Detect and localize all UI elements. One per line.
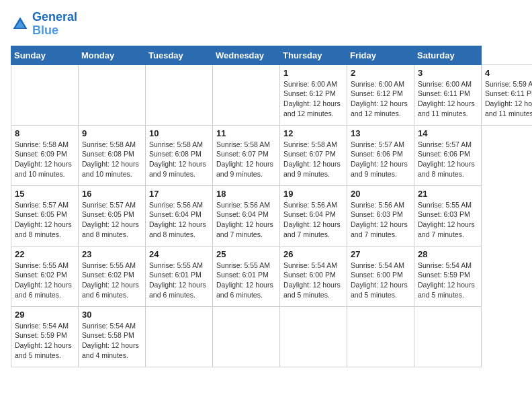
weekday-header-sunday: Sunday (11, 46, 79, 64)
calendar-cell: 17 Sunrise: 5:56 AMSunset: 6:04 PMDaylig… (146, 185, 213, 246)
calendar-cell: 27 Sunrise: 5:54 AMSunset: 6:00 PMDaylig… (347, 246, 414, 306)
day-info: Sunrise: 5:54 AMSunset: 6:00 PMDaylight:… (283, 261, 341, 299)
calendar-cell (79, 64, 146, 125)
day-info: Sunrise: 5:58 AMSunset: 6:09 PMDaylight:… (15, 140, 72, 178)
day-number: 26 (283, 249, 343, 259)
day-info: Sunrise: 5:58 AMSunset: 6:07 PMDaylight:… (283, 140, 341, 178)
calendar-cell: 14 Sunrise: 5:57 AMSunset: 6:06 PMDaylig… (414, 125, 482, 185)
day-number: 14 (418, 128, 478, 138)
day-info: Sunrise: 6:00 AMSunset: 6:12 PMDaylight:… (351, 80, 408, 118)
day-number: 29 (15, 310, 75, 320)
day-number: 1 (283, 68, 343, 78)
day-number: 22 (15, 249, 75, 259)
day-info: Sunrise: 6:00 AMSunset: 6:12 PMDaylight:… (283, 80, 341, 118)
calendar-cell: 25 Sunrise: 5:55 AMSunset: 6:01 PMDaylig… (213, 246, 280, 306)
weekday-header-monday: Monday (79, 46, 146, 64)
weekday-header-friday: Friday (347, 46, 414, 64)
day-number: 12 (283, 128, 343, 138)
logo: General Blue (11, 11, 77, 38)
day-info: Sunrise: 5:59 AMSunset: 6:11 PMDaylight:… (485, 80, 532, 118)
calendar-cell: 18 Sunrise: 5:56 AMSunset: 6:04 PMDaylig… (213, 185, 280, 246)
day-number: 10 (149, 128, 209, 138)
calendar-cell: 20 Sunrise: 5:56 AMSunset: 6:03 PMDaylig… (347, 185, 414, 246)
calendar-cell (414, 306, 482, 367)
day-info: Sunrise: 5:54 AMSunset: 5:59 PMDaylight:… (418, 261, 475, 299)
calendar-cell: 15 Sunrise: 5:57 AMSunset: 6:05 PMDaylig… (11, 185, 79, 246)
calendar-cell: 4 Sunrise: 5:59 AMSunset: 6:11 PMDayligh… (482, 64, 533, 125)
day-info: Sunrise: 5:57 AMSunset: 6:06 PMDaylight:… (418, 140, 475, 178)
day-number: 11 (216, 128, 276, 138)
calendar-week-2: 8 Sunrise: 5:58 AMSunset: 6:09 PMDayligh… (11, 125, 533, 185)
calendar-cell (213, 306, 280, 367)
calendar-cell: 16 Sunrise: 5:57 AMSunset: 6:05 PMDaylig… (79, 185, 146, 246)
weekday-header-wednesday: Wednesday (213, 46, 280, 64)
calendar-cell: 19 Sunrise: 5:56 AMSunset: 6:04 PMDaylig… (280, 185, 347, 246)
calendar-week-1: 1 Sunrise: 6:00 AMSunset: 6:12 PMDayligh… (11, 64, 533, 125)
day-info: Sunrise: 5:57 AMSunset: 6:05 PMDaylight:… (15, 201, 72, 238)
day-number: 27 (351, 249, 410, 259)
day-info: Sunrise: 5:55 AMSunset: 6:01 PMDaylight:… (149, 261, 206, 299)
day-info: Sunrise: 5:58 AMSunset: 6:08 PMDaylight:… (82, 140, 139, 178)
calendar-cell: 13 Sunrise: 5:57 AMSunset: 6:06 PMDaylig… (347, 125, 414, 185)
calendar-week-3: 15 Sunrise: 5:57 AMSunset: 6:05 PMDaylig… (11, 185, 533, 246)
calendar-cell: 3 Sunrise: 6:00 AMSunset: 6:11 PMDayligh… (414, 64, 482, 125)
day-info: Sunrise: 5:56 AMSunset: 6:03 PMDaylight:… (351, 201, 408, 238)
calendar-cell: 22 Sunrise: 5:55 AMSunset: 6:02 PMDaylig… (11, 246, 79, 306)
day-info: Sunrise: 5:54 AMSunset: 5:58 PMDaylight:… (82, 322, 139, 359)
calendar-table: SundayMondayTuesdayWednesdayThursdayFrid… (11, 46, 532, 367)
calendar-cell: 12 Sunrise: 5:58 AMSunset: 6:07 PMDaylig… (280, 125, 347, 185)
calendar-cell: 1 Sunrise: 6:00 AMSunset: 6:12 PMDayligh… (280, 64, 347, 125)
day-number: 16 (82, 189, 142, 199)
day-info: Sunrise: 5:57 AMSunset: 6:05 PMDaylight:… (82, 201, 139, 238)
day-number: 21 (418, 189, 478, 199)
day-info: Sunrise: 5:55 AMSunset: 6:02 PMDaylight:… (15, 261, 72, 299)
day-info: Sunrise: 5:58 AMSunset: 6:07 PMDaylight:… (216, 140, 273, 178)
day-number: 3 (418, 68, 478, 78)
calendar-cell: 11 Sunrise: 5:58 AMSunset: 6:07 PMDaylig… (213, 125, 280, 185)
calendar-cell (213, 64, 280, 125)
calendar-cell: 30 Sunrise: 5:54 AMSunset: 5:58 PMDaylig… (79, 306, 146, 367)
calendar-cell: 24 Sunrise: 5:55 AMSunset: 6:01 PMDaylig… (146, 246, 213, 306)
day-number: 2 (351, 68, 410, 78)
day-info: Sunrise: 5:54 AMSunset: 5:59 PMDaylight:… (15, 322, 72, 359)
day-info: Sunrise: 5:58 AMSunset: 6:08 PMDaylight:… (149, 140, 206, 178)
day-info: Sunrise: 5:54 AMSunset: 6:00 PMDaylight:… (351, 261, 408, 299)
day-info: Sunrise: 5:56 AMSunset: 6:04 PMDaylight:… (283, 201, 341, 238)
logo-text: General Blue (32, 11, 77, 38)
day-info: Sunrise: 5:55 AMSunset: 6:02 PMDaylight:… (82, 261, 139, 299)
day-info: Sunrise: 5:57 AMSunset: 6:06 PMDaylight:… (351, 140, 408, 178)
calendar-cell (280, 306, 347, 367)
calendar-week-4: 22 Sunrise: 5:55 AMSunset: 6:02 PMDaylig… (11, 246, 533, 306)
weekday-header-tuesday: Tuesday (146, 46, 213, 64)
day-number: 17 (149, 189, 209, 199)
day-number: 30 (82, 310, 142, 320)
calendar-cell (11, 64, 79, 125)
day-number: 20 (351, 189, 410, 199)
day-number: 23 (82, 249, 142, 259)
calendar-cell: 26 Sunrise: 5:54 AMSunset: 6:00 PMDaylig… (280, 246, 347, 306)
day-number: 13 (351, 128, 410, 138)
day-number: 25 (216, 249, 276, 259)
calendar-cell: 8 Sunrise: 5:58 AMSunset: 6:09 PMDayligh… (11, 125, 79, 185)
day-number: 8 (15, 128, 75, 138)
page-header: General Blue (11, 11, 521, 38)
calendar-cell: 23 Sunrise: 5:55 AMSunset: 6:02 PMDaylig… (79, 246, 146, 306)
calendar-cell: 29 Sunrise: 5:54 AMSunset: 5:59 PMDaylig… (11, 306, 79, 367)
day-number: 9 (82, 128, 142, 138)
calendar-cell (347, 306, 414, 367)
day-info: Sunrise: 5:56 AMSunset: 6:04 PMDaylight:… (149, 201, 206, 238)
calendar-week-5: 29 Sunrise: 5:54 AMSunset: 5:59 PMDaylig… (11, 306, 533, 367)
calendar-cell (146, 306, 213, 367)
day-number: 15 (15, 189, 75, 199)
day-number: 4 (485, 68, 532, 78)
day-info: Sunrise: 5:55 AMSunset: 6:01 PMDaylight:… (216, 261, 273, 299)
calendar-cell: 28 Sunrise: 5:54 AMSunset: 5:59 PMDaylig… (414, 246, 482, 306)
weekday-header-thursday: Thursday (280, 46, 347, 64)
calendar-cell: 9 Sunrise: 5:58 AMSunset: 6:08 PMDayligh… (79, 125, 146, 185)
weekday-header-saturday: Saturday (414, 46, 482, 64)
calendar-cell: 10 Sunrise: 5:58 AMSunset: 6:08 PMDaylig… (146, 125, 213, 185)
day-number: 24 (149, 249, 209, 259)
day-info: Sunrise: 5:55 AMSunset: 6:03 PMDaylight:… (418, 201, 475, 238)
calendar-cell: 2 Sunrise: 6:00 AMSunset: 6:12 PMDayligh… (347, 64, 414, 125)
logo-icon (11, 15, 30, 34)
